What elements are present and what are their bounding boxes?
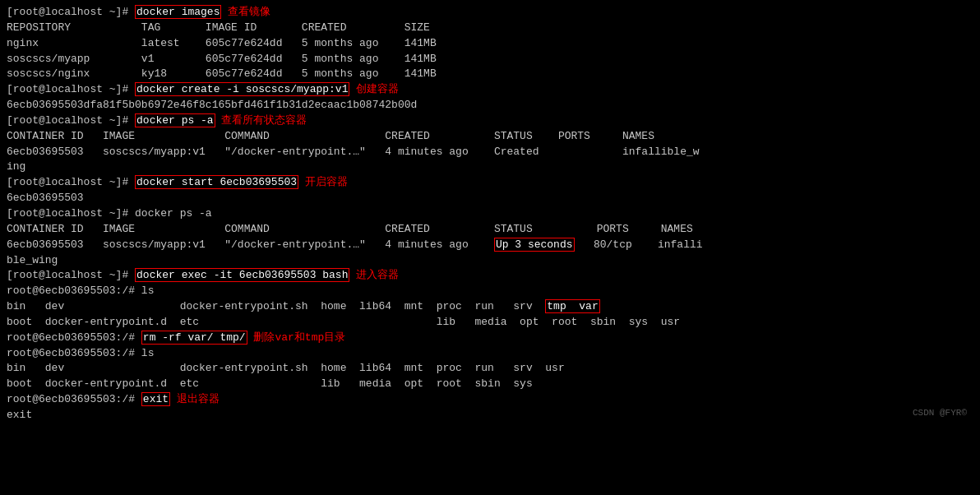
line-ps1-cont: ing: [7, 160, 973, 175]
watermark: CSDN @FYR©: [913, 407, 967, 420]
line-exit-out: exit: [7, 408, 973, 423]
line-start: [root@localhost ~]# docker start 6ecb036…: [7, 175, 973, 191]
line-myapp: soscscs/myapp v1 605c77e624dd 5 months a…: [7, 52, 973, 67]
line-ls1: root@6ecb03695503:/# ls: [7, 284, 973, 299]
line-ps2: [root@localhost ~]# docker ps -a: [7, 206, 973, 222]
cmd-docker-ps-a: docker ps -a: [135, 113, 215, 127]
cmd-rm: rm -rf var/ tmp/: [141, 331, 247, 345]
line-ls1-row2: boot docker-entrypoint.d etc lib media o…: [7, 315, 973, 331]
line-nginx: nginx latest 605c77e624dd 5 months ago 1…: [7, 36, 973, 52]
line-exec: [root@localhost ~]# docker exec -it 6ecb…: [7, 268, 973, 284]
line-ps1-row: 6ecb03695503 soscscs/myapp:v1 "/docker-e…: [7, 145, 973, 160]
line-start-out: 6ecb03695503: [7, 191, 973, 206]
annotation-1: 查看镜像: [221, 6, 270, 18]
cmd-docker-exec: docker exec -it 6ecb03695503 bash: [135, 268, 349, 282]
cmd-exit: exit: [141, 392, 170, 406]
line-ps2-cont: ble_wing: [7, 253, 973, 269]
line-ps2-row: 6ecb03695503 soscscs/myapp:v1 "/docker-e…: [7, 238, 973, 253]
annotation-exec: 进入容器: [349, 269, 399, 281]
line-ls2: root@6ecb03695503:/# ls: [7, 346, 973, 362]
terminal-container: [root@localhost ~]# docker images 查看镜像 R…: [7, 5, 973, 423]
line-1: [root@localhost ~]# docker images 查看镜像: [7, 5, 973, 21]
annotation-start: 开启容器: [298, 176, 348, 188]
annotation-ps1: 查看所有状态容器: [215, 114, 307, 127]
line-ls2-row1: bin dev docker-entrypoint.sh home lib64 …: [7, 361, 973, 377]
line-ps1: [root@localhost ~]# docker ps -a 查看所有状态容…: [7, 113, 973, 129]
line-create: [root@localhost ~]# docker create -i sos…: [7, 82, 973, 98]
prompt-1: [root@localhost ~]#: [7, 6, 135, 18]
prompt-exec: [root@localhost ~]#: [7, 269, 135, 281]
annotation-rm: 删除var和tmp目录: [247, 331, 346, 344]
line-ls2-row2: boot docker-entrypoint.d etc lib media o…: [7, 377, 973, 392]
annotation-exit: 退出容器: [170, 393, 220, 405]
cmd-docker-images: docker images: [135, 5, 221, 19]
prompt-ps1: [root@localhost ~]#: [7, 114, 135, 127]
prompt-create: [root@localhost ~]#: [7, 83, 135, 95]
status-up: Up 3 seconds: [494, 238, 575, 252]
line-nginx2: soscscs/nginx ky18 605c77e624dd 5 months…: [7, 67, 973, 82]
annotation-create: 创建容器: [349, 83, 399, 95]
line-images-header: REPOSITORY TAG IMAGE ID CREATED SIZE: [7, 21, 973, 36]
line-exit: root@6ecb03695503:/# exit 退出容器: [7, 392, 973, 408]
cmd-docker-start: docker start 6ecb03695503: [135, 175, 298, 189]
line-ps1-header: CONTAINER ID IMAGE COMMAND CREATED STATU…: [7, 129, 973, 145]
line-container-id: 6ecb03695503dfa81f5b0b6972e46f8c165bfd46…: [7, 98, 973, 113]
prompt-start: [root@localhost ~]#: [7, 176, 135, 188]
tmp-var-box: tmp var: [545, 299, 599, 313]
line-ls1-row1: bin dev docker-entrypoint.sh home lib64 …: [7, 299, 973, 315]
cmd-docker-create: docker create -i soscscs/myapp:v1: [135, 82, 349, 96]
line-rm: root@6ecb03695503:/# rm -rf var/ tmp/ 删除…: [7, 331, 973, 346]
line-ps2-header: CONTAINER ID IMAGE COMMAND CREATED STATU…: [7, 222, 973, 238]
